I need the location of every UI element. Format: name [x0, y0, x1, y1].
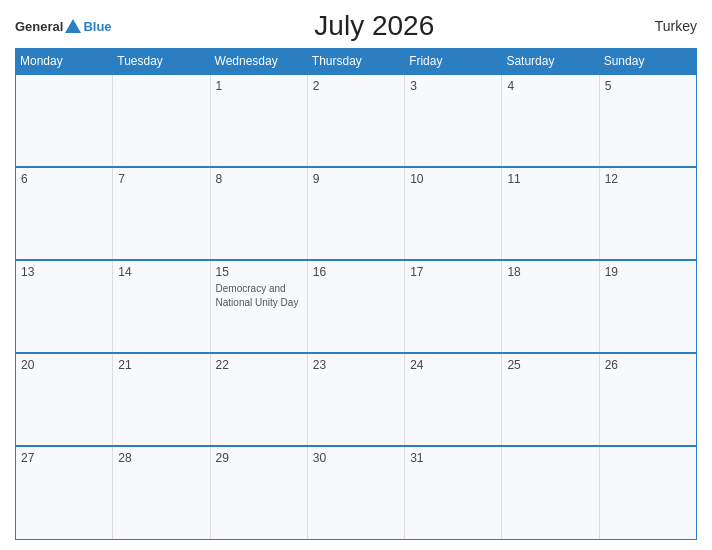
date-number: 9 [313, 172, 399, 186]
calendar-page: General Blue July 2026 Turkey MondayTues… [0, 0, 712, 550]
day-cell: 30 [307, 446, 404, 539]
logo-triangle-icon [65, 19, 81, 33]
day-cell: 28 [113, 446, 210, 539]
date-number: 11 [507, 172, 593, 186]
day-cell: 13 [16, 260, 113, 353]
week-row-3: 131415Democracy and National Unity Day16… [16, 260, 697, 353]
country-label: Turkey [637, 18, 697, 34]
date-number: 19 [605, 265, 691, 279]
day-cell: 11 [502, 167, 599, 260]
day-cell: 17 [405, 260, 502, 353]
col-header-wednesday: Wednesday [210, 49, 307, 75]
day-cell: 31 [405, 446, 502, 539]
col-header-saturday: Saturday [502, 49, 599, 75]
week-row-5: 2728293031 [16, 446, 697, 539]
day-cell: 15Democracy and National Unity Day [210, 260, 307, 353]
logo-general-text: General [15, 19, 63, 34]
date-number: 13 [21, 265, 107, 279]
logo-blue-text: Blue [83, 19, 111, 34]
date-number: 31 [410, 451, 496, 465]
week-row-1: 12345 [16, 74, 697, 167]
date-number: 14 [118, 265, 204, 279]
date-number: 16 [313, 265, 399, 279]
day-cell: 6 [16, 167, 113, 260]
day-cell: 4 [502, 74, 599, 167]
date-number: 30 [313, 451, 399, 465]
date-number: 5 [605, 79, 691, 93]
day-cell [502, 446, 599, 539]
date-number: 18 [507, 265, 593, 279]
week-row-2: 6789101112 [16, 167, 697, 260]
date-number: 24 [410, 358, 496, 372]
day-cell [599, 446, 696, 539]
date-number: 23 [313, 358, 399, 372]
col-header-tuesday: Tuesday [113, 49, 210, 75]
date-number: 29 [216, 451, 302, 465]
day-cell: 5 [599, 74, 696, 167]
day-cell: 19 [599, 260, 696, 353]
date-number: 7 [118, 172, 204, 186]
day-cell: 26 [599, 353, 696, 446]
top-bar: General Blue July 2026 Turkey [15, 10, 697, 42]
date-number: 2 [313, 79, 399, 93]
date-number: 1 [216, 79, 302, 93]
date-number: 10 [410, 172, 496, 186]
date-number: 12 [605, 172, 691, 186]
date-number: 25 [507, 358, 593, 372]
day-cell: 7 [113, 167, 210, 260]
day-cell: 16 [307, 260, 404, 353]
day-cell: 24 [405, 353, 502, 446]
col-header-sunday: Sunday [599, 49, 696, 75]
holiday-label: Democracy and National Unity Day [216, 283, 299, 308]
day-cell: 21 [113, 353, 210, 446]
day-cell: 10 [405, 167, 502, 260]
day-cell: 1 [210, 74, 307, 167]
date-number: 28 [118, 451, 204, 465]
day-cell: 14 [113, 260, 210, 353]
date-number: 3 [410, 79, 496, 93]
day-cell: 9 [307, 167, 404, 260]
day-cell: 29 [210, 446, 307, 539]
day-cell: 18 [502, 260, 599, 353]
day-cell [113, 74, 210, 167]
day-cell: 3 [405, 74, 502, 167]
date-number: 20 [21, 358, 107, 372]
calendar-title: July 2026 [112, 10, 637, 42]
header-row: MondayTuesdayWednesdayThursdayFridaySatu… [16, 49, 697, 75]
date-number: 15 [216, 265, 302, 279]
col-header-friday: Friday [405, 49, 502, 75]
date-number: 21 [118, 358, 204, 372]
day-cell: 20 [16, 353, 113, 446]
col-header-monday: Monday [16, 49, 113, 75]
logo: General Blue [15, 19, 112, 34]
date-number: 4 [507, 79, 593, 93]
date-number: 26 [605, 358, 691, 372]
day-cell: 23 [307, 353, 404, 446]
week-row-4: 20212223242526 [16, 353, 697, 446]
day-cell [16, 74, 113, 167]
day-cell: 25 [502, 353, 599, 446]
col-header-thursday: Thursday [307, 49, 404, 75]
day-cell: 8 [210, 167, 307, 260]
day-cell: 27 [16, 446, 113, 539]
day-cell: 12 [599, 167, 696, 260]
calendar-table: MondayTuesdayWednesdayThursdayFridaySatu… [15, 48, 697, 540]
date-number: 27 [21, 451, 107, 465]
date-number: 6 [21, 172, 107, 186]
date-number: 8 [216, 172, 302, 186]
date-number: 17 [410, 265, 496, 279]
day-cell: 22 [210, 353, 307, 446]
date-number: 22 [216, 358, 302, 372]
day-cell: 2 [307, 74, 404, 167]
